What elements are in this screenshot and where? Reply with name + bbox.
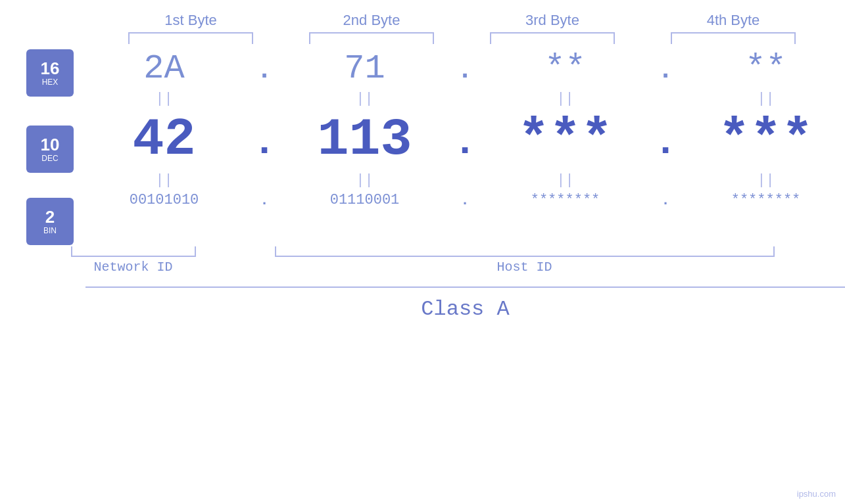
hex-sep-2: . (455, 54, 475, 83)
hex-cell-4: ** (675, 49, 845, 88)
watermark: ipshu.com (797, 489, 836, 499)
dec-cell-2: 113 (274, 110, 455, 170)
bracket-line-1 (128, 32, 253, 44)
top-brackets (101, 32, 824, 44)
dec-sep-2: . (455, 117, 475, 162)
bracket-line-2 (309, 32, 434, 44)
hex-cell-1: 2A (74, 49, 254, 88)
bin-val-2: 01110001 (330, 192, 400, 208)
hex-sep-3: . (656, 54, 675, 83)
bracket-2 (281, 32, 462, 44)
dec-val-2: 113 (317, 110, 412, 170)
eq2-cell-2: || (274, 170, 455, 191)
badge-hex-label: HEX (42, 78, 59, 87)
class-label: Class A (421, 297, 509, 321)
dec-cell-3: *** (475, 110, 656, 170)
badge-dec-num: 10 (41, 135, 60, 154)
bin-sep-3: . (656, 191, 675, 208)
hex-val-3: ** (544, 49, 585, 88)
bin-sep-1: . (254, 191, 274, 208)
bin-cell-1: 00101010 (74, 192, 254, 208)
eq2-cell-1: || (74, 170, 254, 191)
hex-val-2: 71 (344, 49, 385, 88)
badge-hex: 16 HEX (26, 49, 74, 97)
hex-val-4: ** (745, 49, 786, 88)
bracket-line-3 (490, 32, 615, 44)
byte-header-3: 3rd Byte (462, 12, 643, 29)
badges-column: 16 HEX 10 DEC 2 BIN (0, 49, 74, 241)
badge-bin-label: BIN (43, 226, 57, 235)
bin-val-3: ******** (531, 192, 600, 208)
dec-val-1: 42 (132, 110, 195, 170)
bin-cell-3: ******** (475, 192, 656, 208)
eq2-cell-3: || (475, 170, 656, 191)
network-id-label: Network ID (93, 260, 172, 275)
bracket-line-4 (671, 32, 796, 44)
badge-bin: 2 BIN (26, 198, 74, 245)
bin-val-1: 00101010 (130, 192, 199, 208)
eq2-cell-4: || (675, 170, 845, 191)
dec-sep-3: . (656, 117, 675, 162)
bin-cell-4: ******** (675, 192, 845, 208)
hex-cell-2: 71 (274, 49, 455, 88)
equals-row-2: || || || || (74, 170, 845, 191)
badge-hex-num: 16 (41, 59, 60, 78)
main-container: 1st Byte 2nd Byte 3rd Byte 4th Byte 16 H… (0, 0, 845, 504)
dec-row: 42 . 113 . *** . *** (74, 110, 845, 170)
badge-dec: 10 DEC (26, 126, 74, 173)
hex-val-1: 2A (143, 49, 184, 88)
bin-val-4: ******** (731, 192, 801, 208)
bracket-4 (643, 32, 824, 44)
dec-cell-1: 42 (74, 110, 254, 170)
bin-cell-2: 01110001 (274, 192, 455, 208)
hex-cell-3: ** (475, 49, 656, 88)
eq1-cell-4: || (675, 88, 845, 110)
dec-val-3: *** (518, 110, 612, 170)
bin-row: 00101010 . 01110001 . ******** . *******… (74, 191, 845, 208)
bin-sep-2: . (455, 191, 475, 208)
rows-grid: 2A . 71 . ** . ** || || (74, 49, 845, 241)
eq1-cell-1: || (74, 88, 254, 110)
byte-headers: 1st Byte 2nd Byte 3rd Byte 4th Byte (39, 0, 845, 29)
eq1-cell-3: || (475, 88, 656, 110)
dec-sep-1: . (254, 117, 274, 162)
eq1-cell-2: || (274, 88, 455, 110)
bracket-3 (462, 32, 643, 44)
badge-dec-label: DEC (41, 154, 58, 163)
badge-bin-num: 2 (45, 208, 55, 227)
dec-val-4: *** (718, 110, 813, 170)
dec-cell-4: *** (675, 110, 845, 170)
byte-header-4: 4th Byte (643, 12, 824, 29)
hex-sep-1: . (254, 54, 274, 83)
hex-row: 2A . 71 . ** . ** (74, 49, 845, 88)
byte-header-1: 1st Byte (101, 12, 281, 29)
byte-header-2: 2nd Byte (281, 12, 462, 29)
bracket-1 (101, 32, 281, 44)
equals-row-1: || || || || (74, 88, 845, 110)
host-id-label: Host ID (496, 260, 552, 275)
